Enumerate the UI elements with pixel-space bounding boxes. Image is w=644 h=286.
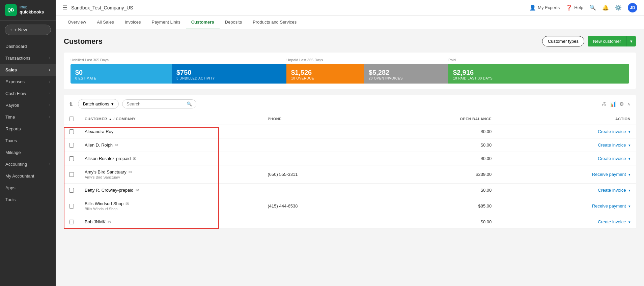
action-link[interactable]: Create invoice [598, 219, 626, 224]
row-checkbox[interactable] [69, 129, 74, 134]
action-caret[interactable]: ▾ [628, 143, 631, 147]
new-customer-button[interactable]: New customer [588, 36, 626, 46]
action-caret[interactable]: ▾ [628, 172, 631, 177]
action-link[interactable]: Create invoice [598, 142, 626, 148]
chevron-right-icon: › [49, 80, 50, 84]
tab-deposits[interactable]: Deposits [220, 15, 248, 29]
sidebar-item-taxes[interactable]: Taxes [0, 135, 56, 147]
tab-overview[interactable]: Overview [62, 15, 91, 29]
tab-products-services[interactable]: Products and Services [247, 15, 302, 29]
avatar[interactable]: JD [628, 3, 637, 12]
export-icon[interactable]: 📊 [610, 101, 616, 107]
action-link[interactable]: Receive payment [592, 203, 626, 209]
search-box: 🔍 [122, 99, 196, 108]
label-unpaid: Unpaid Last 365 Days [286, 58, 448, 62]
row-phone-cell [262, 152, 377, 165]
print-icon[interactable]: 🖨 [601, 101, 606, 107]
tab-all-sales[interactable]: All Sales [91, 15, 119, 29]
notifications-icon[interactable]: 🔔 [602, 4, 609, 11]
chevron-right-icon: › [49, 162, 50, 166]
sidebar-item-label: My Accountant [5, 173, 34, 179]
row-customer-cell: Bob JNMK✉ [79, 215, 262, 229]
action-caret[interactable]: ▾ [628, 204, 631, 208]
table-row: Amy's Bird Sanctuary✉ Amy's Bird Sanctua… [64, 165, 636, 184]
customer-types-button[interactable]: Customer types [542, 36, 584, 46]
search-button[interactable]: 🔍 [589, 4, 596, 11]
sidebar-item-cashflow[interactable]: Cash Flow › [0, 88, 56, 99]
customer-name[interactable]: Betty R. Crowley-prepaid [85, 188, 134, 193]
sidebar-item-payroll[interactable]: Payroll › [0, 99, 56, 111]
page-content: Customers Customer types New customer ▾ … [56, 29, 644, 235]
row-action-cell: Create invoice ▾ [497, 125, 636, 138]
sidebar-item-expenses[interactable]: Expenses › [0, 76, 56, 88]
sidebar-item-mileage[interactable]: Mileage [0, 147, 56, 158]
customer-name[interactable]: Allen D. Rolph [85, 142, 113, 148]
th-customer[interactable]: CUSTOMER ▲ / COMPANY [79, 113, 262, 125]
row-phone-cell [262, 125, 377, 138]
row-action-cell: Create invoice ▾ [497, 215, 636, 229]
action-link[interactable]: Receive payment [592, 172, 626, 177]
row-checkbox[interactable] [69, 220, 74, 224]
action-link[interactable]: Create invoice [598, 188, 626, 193]
tab-customers[interactable]: Customers [186, 15, 220, 29]
select-all-checkbox[interactable] [69, 117, 74, 121]
settings-columns-icon[interactable]: ⚙ [619, 101, 624, 107]
sort-icon[interactable]: ⇅ [69, 101, 73, 107]
search-input[interactable] [127, 101, 185, 106]
sidebar-item-transactions[interactable]: Transactions › [0, 52, 56, 64]
bar-paid[interactable]: $2,916 10 PAID LAST 30 DAYS [448, 64, 629, 84]
batch-actions-button[interactable]: Batch actions ▾ [78, 99, 119, 109]
row-checkbox[interactable] [69, 172, 74, 177]
th-open-balance: OPEN BALANCE [377, 113, 497, 125]
header-actions: Customer types New customer ▾ [542, 36, 636, 46]
tab-payment-links[interactable]: Payment Links [146, 15, 186, 29]
open-balance-value: $0.00 [481, 129, 492, 134]
table-row: Bob JNMK✉ $0.00 Create invoice ▾ [64, 215, 636, 229]
sidebar-item-reports[interactable]: Reports [0, 123, 56, 135]
sidebar-item-sales[interactable]: Sales › [0, 64, 56, 76]
row-phone-cell [262, 138, 377, 152]
action-caret[interactable]: ▾ [628, 220, 631, 224]
sidebar-item-my-accountant[interactable]: My Accountant [0, 170, 56, 182]
sidebar-item-label: Time [5, 115, 15, 120]
help-button[interactable]: ❓ Help [566, 4, 583, 11]
sidebar-item-accounting[interactable]: Accounting › [0, 158, 56, 170]
bar-overdue[interactable]: $1,526 10 OVERDUE [286, 64, 364, 84]
sidebar-item-time[interactable]: Time › [0, 111, 56, 123]
collapse-icon[interactable]: ∧ [627, 101, 631, 106]
main-content: Overview All Sales Invoices Payment Link… [56, 15, 644, 286]
sidebar-item-dashboard[interactable]: Dashboard [0, 40, 56, 52]
topbar-left: ☰ Sandbox_Test_Company_US [62, 4, 133, 11]
action-link[interactable]: Create invoice [598, 156, 626, 161]
action-link[interactable]: Create invoice [598, 129, 626, 134]
bar-unbilled[interactable]: $750 3 UNBILLED ACTIVITY [172, 64, 286, 84]
table-row: Allison Rosalez-prepaid✉ $0.00 Create in… [64, 152, 636, 165]
customer-name[interactable]: Allison Rosalez-prepaid [85, 156, 131, 161]
action-caret[interactable]: ▾ [628, 130, 631, 134]
email-icon: ✉ [125, 201, 129, 206]
summary-bars: $0 0 ESTIMATE $750 3 UNBILLED ACTIVITY $… [71, 64, 629, 84]
th-customer-label: CUSTOMER [85, 117, 107, 121]
my-experts-button[interactable]: 👤 My Experts [529, 4, 560, 11]
bar-estimate[interactable]: $0 0 ESTIMATE [71, 64, 172, 84]
hamburger-icon[interactable]: ☰ [62, 4, 67, 11]
customer-name[interactable]: Alexandra Roy [85, 129, 113, 134]
new-button[interactable]: + + New [5, 25, 51, 35]
row-checkbox[interactable] [69, 156, 74, 161]
svg-text:QB: QB [7, 7, 14, 12]
sidebar-item-apps[interactable]: Apps [0, 182, 56, 194]
new-customer-caret-button[interactable]: ▾ [626, 36, 636, 46]
settings-icon[interactable]: ⚙️ [615, 4, 622, 11]
action-caret[interactable]: ▾ [628, 157, 631, 161]
customer-name[interactable]: Bob JNMK [85, 219, 106, 224]
bar-open-invoices[interactable]: $5,282 20 OPEN INVOICES [364, 64, 448, 84]
row-checkbox[interactable] [69, 143, 74, 148]
action-caret[interactable]: ▾ [628, 188, 631, 192]
row-checkbox[interactable] [69, 188, 74, 193]
customers-tbody: Alexandra Roy $0.00 Create invoice ▾ [64, 125, 636, 229]
customer-name[interactable]: Amy's Bird Sanctuary [85, 169, 127, 174]
tab-invoices[interactable]: Invoices [119, 15, 146, 29]
sidebar-item-tools[interactable]: Tools [0, 194, 56, 205]
row-checkbox[interactable] [69, 204, 74, 209]
customer-name[interactable]: Bill's Windsurf Shop [85, 201, 123, 206]
